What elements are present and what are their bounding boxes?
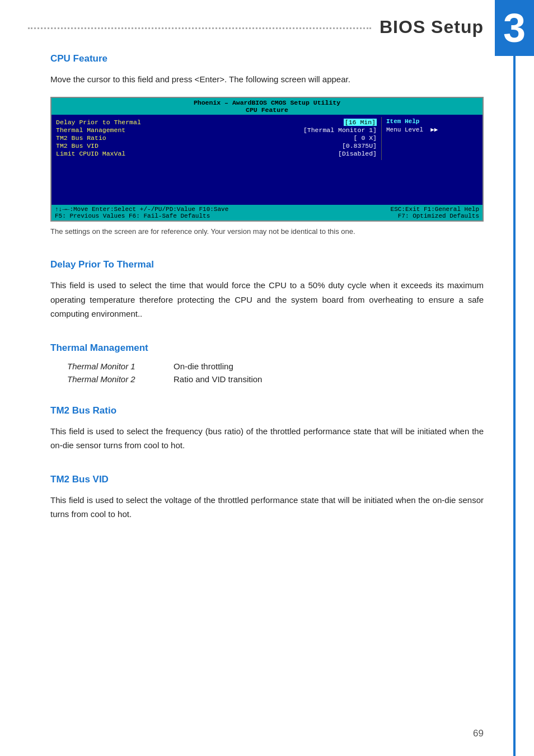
tm2-bus-vid-body: This field is used to select the voltage…: [50, 493, 484, 522]
bios-label-3: TM2 Bus VID: [56, 142, 99, 149]
monitor-label-0: Thermal Monitor 1: [67, 361, 174, 371]
bios-title-line2: CPU Feature: [246, 106, 288, 114]
bios-screen-note: The settings on the screen are for refer…: [50, 226, 484, 237]
bios-label-0: Delay Prior to Thermal: [56, 119, 141, 126]
bios-menu-level-label: Menu Level: [386, 126, 423, 133]
bios-label-2: TM2 Bus Ratio: [56, 134, 106, 142]
bios-left-panel: Delay Prior to Thermal [16 Min] Thermal …: [51, 117, 382, 160]
main-content: CPU Feature Move the cursor to this fiel…: [0, 43, 534, 554]
bios-title-bar: Phoenix – AwardBIOS CMOS Setup Utility C…: [51, 98, 483, 115]
page-title: BIOS Setup: [380, 17, 484, 37]
bios-item-help: Item Help: [386, 118, 478, 125]
bios-footer-row1-right: ESC:Exit F1:General Help: [391, 206, 479, 213]
bios-value-0: [16 Min]: [344, 119, 377, 126]
bios-footer-row2-left: F5: Previous Values F6: Fail-Safe Defaul…: [55, 213, 210, 219]
thermal-management-heading: Thermal Management: [50, 342, 484, 354]
delay-prior-heading: Delay Prior To Thermal: [50, 259, 484, 270]
bios-value-3: [0.8375U]: [342, 142, 377, 149]
bios-value-4: [Disabled]: [338, 150, 377, 157]
bios-value-2: [ 0 X]: [354, 134, 377, 142]
bios-row-2: TM2 Bus Ratio [ 0 X]: [56, 134, 377, 142]
page-header: BIOS Setup: [0, 0, 534, 43]
monitor-row-1: Thermal Monitor 2 Ratio and VID transiti…: [67, 374, 484, 384]
bios-right-panel: Item Help Menu Level ▶▶: [382, 117, 483, 160]
bios-footer: ↑↓→←:Move Enter:Select +/-/PU/PD:Value F…: [51, 205, 483, 220]
bios-row-3: TM2 Bus VID [0.8375U]: [56, 142, 377, 149]
bios-footer-row2-right: F7: Optimized Defaults: [398, 213, 479, 219]
bios-footer-row2: F5: Previous Values F6: Fail-Safe Defaul…: [55, 213, 479, 219]
bios-row-1: Thermal Management [Thermal Monitor 1]: [56, 126, 377, 134]
bios-screen: Phoenix – AwardBIOS CMOS Setup Utility C…: [50, 97, 484, 222]
cpu-feature-intro: Move the cursor to this field and press …: [50, 72, 484, 87]
bios-menu-level-arrows: ▶▶: [430, 126, 438, 133]
monitor-table: Thermal Monitor 1 On-die throttling Ther…: [67, 361, 484, 384]
page-number: 69: [473, 728, 484, 739]
bios-menu-level: Menu Level ▶▶: [386, 126, 478, 133]
bios-label-1: Thermal Management: [56, 126, 125, 134]
bios-footer-row1-left: ↑↓→←:Move Enter:Select +/-/PU/PD:Value F…: [55, 206, 228, 213]
bios-footer-row1: ↑↓→←:Move Enter:Select +/-/PU/PD:Value F…: [55, 206, 479, 213]
monitor-label-1: Thermal Monitor 2: [67, 374, 174, 384]
cpu-feature-heading: CPU Feature: [50, 53, 484, 64]
monitor-value-1: Ratio and VID transition: [174, 374, 262, 384]
tm2-bus-vid-heading: TM2 Bus VID: [50, 474, 484, 485]
bios-title-line1: Phoenix – AwardBIOS CMOS Setup Utility: [194, 99, 340, 106]
monitor-value-0: On-die throttling: [174, 361, 233, 371]
tm2-bus-ratio-body: This field is used to select the frequen…: [50, 424, 484, 453]
monitor-row-0: Thermal Monitor 1 On-die throttling: [67, 361, 484, 371]
chapter-line: [513, 56, 516, 756]
bios-row-0: Delay Prior to Thermal [16 Min]: [56, 119, 377, 126]
bios-body: Delay Prior to Thermal [16 Min] Thermal …: [51, 115, 483, 160]
header-dotted-line: [28, 27, 371, 29]
tm2-bus-ratio-heading: TM2 Bus Ratio: [50, 405, 484, 416]
bios-value-1: [Thermal Monitor 1]: [303, 126, 377, 134]
delay-prior-body: This field is used to select the time th…: [50, 278, 484, 321]
chapter-tab: 3: [495, 0, 534, 756]
bios-label-4: Limit CPUID MaxVal: [56, 150, 125, 157]
bios-row-4: Limit CPUID MaxVal [Disabled]: [56, 150, 377, 157]
bios-empty-area: [51, 160, 483, 205]
chapter-number: 3: [495, 0, 534, 56]
